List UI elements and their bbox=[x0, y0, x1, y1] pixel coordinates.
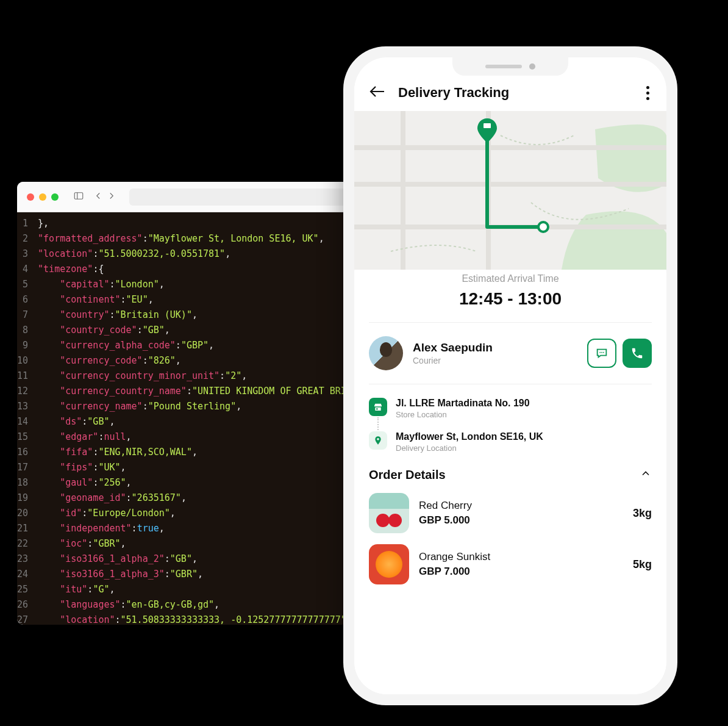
destination-pin-icon bbox=[369, 431, 387, 450]
svg-point-11 bbox=[601, 352, 602, 353]
order-details-title: Order Details bbox=[369, 468, 446, 482]
window-titlebar bbox=[17, 182, 356, 212]
delivery-address: Mayflower St, London SE16, UK bbox=[396, 431, 543, 442]
svg-rect-9 bbox=[484, 123, 491, 128]
item-thumbnail bbox=[369, 493, 409, 533]
store-address: Jl. LLRE Martadinata No. 190 bbox=[396, 398, 530, 409]
sidebar-toggle-icon[interactable] bbox=[73, 190, 84, 204]
more-options-button[interactable] bbox=[644, 84, 652, 102]
divider bbox=[369, 322, 652, 323]
svg-point-10 bbox=[599, 352, 601, 353]
nav-forward-icon[interactable] bbox=[106, 190, 117, 204]
delivery-label: Delivery Location bbox=[396, 444, 543, 453]
map-view[interactable] bbox=[354, 111, 666, 270]
line-number-gutter: 1234567891011121314151617181920212223242… bbox=[17, 212, 33, 625]
courier-name: Alex Saepudin bbox=[413, 341, 577, 354]
item-price: GBP 5.000 bbox=[419, 514, 623, 527]
code-body: 1234567891011121314151617181920212223242… bbox=[17, 212, 356, 625]
courier-role: Courier bbox=[413, 356, 577, 365]
courier-row: Alex Saepudin Courier bbox=[369, 336, 652, 370]
traffic-lights bbox=[27, 193, 59, 201]
item-thumbnail bbox=[369, 544, 409, 584]
close-window-button[interactable] bbox=[27, 193, 34, 201]
bottom-sheet: Estimated Arrival Time 12:45 - 13:00 Ale… bbox=[354, 259, 666, 694]
chevron-up-icon bbox=[640, 467, 652, 482]
item-price: GBP 7.000 bbox=[419, 566, 623, 578]
page-title: Delivery Tracking bbox=[398, 85, 632, 101]
svg-point-12 bbox=[603, 352, 604, 353]
store-location-row: Jl. LLRE Martadinata No. 190 Store Locat… bbox=[369, 398, 652, 419]
back-button[interactable] bbox=[369, 85, 386, 101]
store-icon bbox=[369, 398, 387, 416]
svg-rect-0 bbox=[74, 192, 83, 199]
minimize-window-button[interactable] bbox=[39, 193, 46, 201]
call-button[interactable] bbox=[623, 339, 652, 368]
item-name: Red Cherry bbox=[419, 500, 623, 512]
divider bbox=[369, 384, 652, 384]
order-item[interactable]: Red Cherry GBP 5.000 3kg bbox=[369, 493, 652, 533]
code-editor-window: 1234567891011121314151617181920212223242… bbox=[17, 182, 356, 625]
courier-avatar[interactable] bbox=[369, 336, 403, 370]
address-bar[interactable] bbox=[129, 189, 346, 206]
item-quantity: 3kg bbox=[633, 507, 652, 520]
code-content[interactable]: },"formatted_address":"Mayflower St, Lon… bbox=[33, 212, 356, 625]
eta-label: Estimated Arrival Time bbox=[369, 273, 652, 284]
maximize-window-button[interactable] bbox=[51, 193, 59, 201]
chat-button[interactable] bbox=[587, 339, 616, 368]
store-label: Store Location bbox=[396, 410, 530, 419]
item-quantity: 5kg bbox=[633, 558, 652, 571]
phone-screen: Delivery Tracking bbox=[354, 57, 666, 694]
nav-back-icon[interactable] bbox=[93, 190, 104, 204]
destination-marker-icon bbox=[538, 222, 548, 232]
item-name: Orange Sunkist bbox=[419, 551, 623, 563]
delivery-location-row: Mayflower St, London SE16, UK Delivery L… bbox=[369, 431, 652, 453]
order-item[interactable]: Orange Sunkist GBP 7.000 5kg bbox=[369, 544, 652, 584]
order-details-header[interactable]: Order Details bbox=[369, 467, 652, 482]
eta-value: 12:45 - 13:00 bbox=[369, 289, 652, 309]
phone-device-frame: Delivery Tracking bbox=[343, 46, 677, 705]
phone-notch bbox=[452, 57, 568, 76]
